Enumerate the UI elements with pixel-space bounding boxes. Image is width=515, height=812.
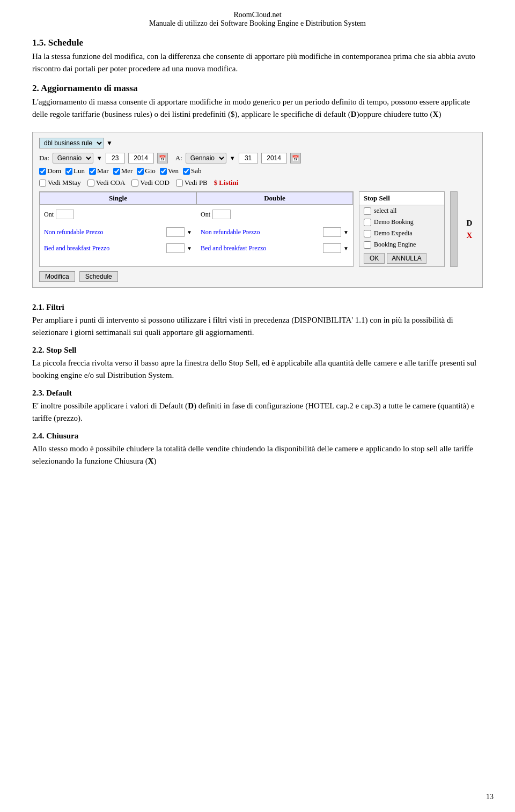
single-nonref-arrow[interactable]: ▼ — [187, 229, 192, 235]
vedi-mstay-label: Vedi MStay — [48, 178, 81, 187]
single-ont-cell: Ont — [40, 207, 196, 222]
single-nonref-input[interactable] — [166, 227, 185, 237]
annulla-button[interactable]: ANNULLA — [387, 253, 426, 264]
day-mar: Mar — [89, 167, 109, 175]
vedi-mstay: Vedi MStay — [39, 178, 81, 187]
da-calendar-btn[interactable]: 📅 — [157, 153, 168, 163]
da-month-select[interactable]: Gennaio — [53, 153, 93, 163]
select-all-checkbox[interactable] — [364, 207, 371, 215]
single-bb-label: Bed and breakfast Prezzo — [44, 244, 164, 252]
day-sab: Sab — [183, 167, 202, 175]
vedi-pb-label: Vedi PB — [185, 178, 208, 187]
section-2-1: 2.1. Filtri Per ampliare i punti di inte… — [32, 303, 483, 338]
double-ont-cell: Ont — [196, 207, 353, 222]
vedi-coa: Vedi COA — [87, 178, 126, 187]
listini-label: Listini — [219, 178, 238, 187]
vedi-coa-label: Vedi COA — [96, 178, 126, 187]
day-sab-checkbox[interactable] — [183, 168, 190, 175]
vedi-mstay-checkbox[interactable] — [39, 180, 46, 187]
single-bb-input[interactable] — [166, 243, 185, 253]
stop-sell-demo-expedia: Demo Expedia — [359, 228, 444, 239]
a-day-arrow: ▼ — [230, 155, 236, 161]
section-2-1-title: 2.1. Filtri — [32, 303, 483, 312]
section-2-title: 2. Aggiornamento di massa — [32, 83, 483, 94]
double-bb-input[interactable] — [323, 243, 341, 253]
bb-row: Bed and breakfast Prezzo ▼ Bed and break… — [40, 240, 353, 254]
vedi-row: Vedi MStay Vedi COA Vedi COD Vedi PB $ L… — [39, 178, 476, 187]
da-day-arrow: ▼ — [97, 155, 102, 161]
booking-engine-checkbox[interactable] — [364, 241, 371, 249]
page-header: RoomCloud.net Manuale di utilizzo dei So… — [32, 11, 483, 28]
ont-row: Ont Ont — [40, 207, 353, 222]
site-name: RoomCloud.net — [32, 11, 483, 19]
stop-sell-select-all: select all — [359, 205, 444, 217]
scrollbar[interactable] — [450, 191, 458, 267]
day-lun-checkbox[interactable] — [65, 168, 72, 175]
ok-button[interactable]: OK — [364, 253, 385, 264]
double-nonref: Non refundable Prezzo ▼ — [201, 227, 349, 237]
vedi-coa-checkbox[interactable] — [87, 180, 94, 187]
single-ont-label: Ont — [44, 211, 54, 219]
section-2-3-body: E' inoltre possibile applicare i valori … — [32, 400, 483, 424]
day-lun: Lun — [65, 167, 85, 175]
single-bb-arrow[interactable]: ▼ — [187, 245, 192, 251]
day-mer-label: Mer — [121, 167, 133, 175]
main-panel: Single Double Ont Ont — [39, 191, 476, 267]
double-nonref-label: Non refundable Prezzo — [201, 228, 321, 236]
da-label: Da: — [39, 154, 49, 162]
day-mar-checkbox[interactable] — [89, 168, 96, 175]
modifica-button[interactable]: Modifica — [39, 271, 75, 282]
double-ont-input[interactable] — [212, 210, 231, 219]
day-mar-label: Mar — [97, 167, 109, 175]
section-2-body: L'aggiornamento di massa consente di app… — [32, 96, 483, 120]
section-2-4: 2.4. Chiusura Allo stesso modo è possibi… — [32, 431, 483, 467]
dbl-rule-row: dbl business rule ▼ — [39, 138, 476, 148]
single-ont-input[interactable] — [56, 210, 74, 219]
double-nonref-arrow[interactable]: ▼ — [343, 229, 349, 235]
bottom-btn-row: Modifica Schedule — [39, 271, 476, 282]
day-mer-checkbox[interactable] — [113, 168, 120, 175]
section-2-2-title: 2.2. Stop Sell — [32, 346, 483, 355]
vedi-cod-checkbox[interactable] — [131, 180, 138, 187]
day-dom-checkbox[interactable] — [39, 168, 46, 175]
demo-booking-checkbox[interactable] — [364, 219, 371, 226]
day-sab-label: Sab — [191, 167, 202, 175]
demo-expedia-label: Demo Expedia — [374, 229, 413, 237]
rate-headers: Single Double — [40, 192, 353, 205]
day-gio-label: Gio — [145, 167, 156, 175]
a-calendar-btn[interactable]: 📅 — [290, 153, 301, 163]
dbl-rule-select[interactable]: dbl business rule — [39, 138, 104, 148]
da-year-input[interactable] — [128, 153, 154, 163]
a-year-input[interactable] — [261, 153, 287, 163]
a-month-select[interactable]: Gennaio — [186, 153, 226, 163]
section-2-3: 2.3. Default E' inoltre possibile applic… — [32, 389, 483, 424]
section-1-5-title: 1.5. Schedule — [32, 38, 483, 48]
section-2-4-title: 2.4. Chiusura — [32, 431, 483, 441]
day-dom: Dom — [39, 167, 61, 175]
day-dom-label: Dom — [47, 167, 61, 175]
schedule-button[interactable]: Schedule — [79, 271, 118, 282]
section-2-1-body: Per ampliare i punti di intervento si po… — [32, 314, 483, 338]
stop-sell-panel: Stop Sell select all Demo Booking Demo E… — [359, 191, 445, 267]
demo-expedia-checkbox[interactable] — [364, 230, 371, 237]
section-1-5: 1.5. Schedule Ha la stessa funzione del … — [32, 38, 483, 75]
day-gio-checkbox[interactable] — [137, 168, 144, 175]
section-2: 2. Aggiornamento di massa L'aggiornament… — [32, 83, 483, 120]
stop-sell-demo-booking: Demo Booking — [359, 217, 444, 228]
a-day-input[interactable] — [239, 153, 258, 163]
dollar-icon: $ — [214, 178, 218, 187]
single-nonref: Non refundable Prezzo ▼ — [44, 227, 192, 237]
ui-block: dbl business rule ▼ Da: Gennaio ▼ 📅 A: G… — [32, 132, 483, 288]
side-buttons: D X — [463, 191, 476, 267]
double-nonref-input[interactable] — [323, 227, 341, 237]
day-ven-checkbox[interactable] — [160, 168, 167, 175]
page: RoomCloud.net Manuale di utilizzo dei So… — [0, 0, 515, 812]
vedi-pb-checkbox[interactable] — [176, 180, 183, 187]
da-day-input[interactable] — [106, 153, 125, 163]
single-header: Single — [40, 192, 196, 205]
close-button[interactable]: X — [467, 231, 473, 240]
stop-sell-booking-engine: Booking Engine — [359, 239, 444, 250]
double-bb-cell: Bed and breakfast Prezzo ▼ — [196, 240, 353, 254]
default-button[interactable]: D — [467, 219, 473, 228]
double-bb-arrow[interactable]: ▼ — [343, 245, 349, 251]
